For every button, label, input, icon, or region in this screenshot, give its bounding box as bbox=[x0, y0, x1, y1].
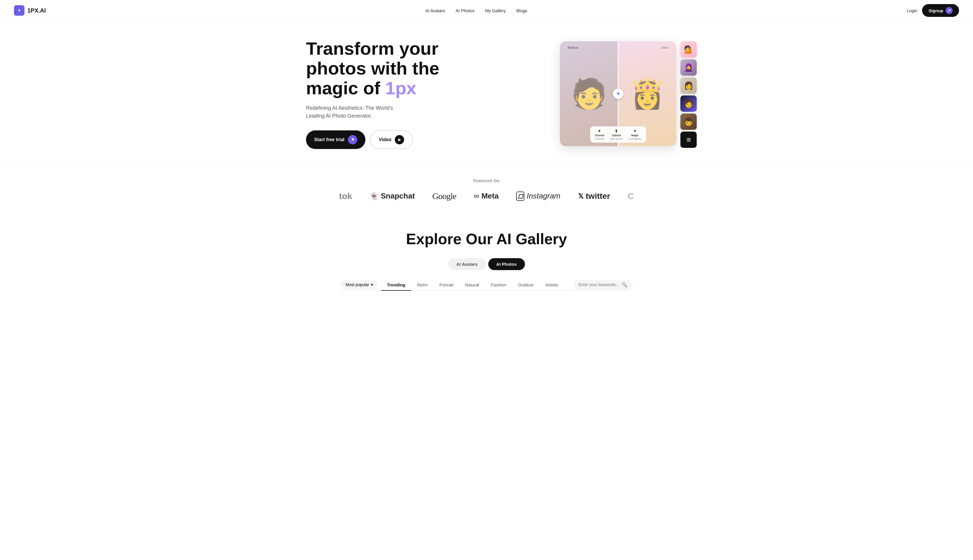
meta-icon: ∞ bbox=[474, 192, 479, 200]
logo-instagram: ◻ Instagram bbox=[516, 192, 561, 201]
trial-icon: ✦ bbox=[348, 135, 357, 144]
nav-link-blogs[interactable]: Blogs bbox=[516, 8, 527, 13]
logo-partial-tiktok: tok bbox=[339, 191, 352, 201]
logo-twitter: 𝕏 twitter bbox=[578, 192, 610, 201]
hero-buttons: Start free trial ✦ Video ▶ bbox=[306, 130, 475, 149]
logos-row: tok 👻 Snapchat Google ∞ Meta ◻ Instagram… bbox=[0, 191, 973, 201]
dropdown-chevron-icon: ▾ bbox=[371, 282, 373, 287]
filter-natural[interactable]: Natural bbox=[459, 279, 485, 291]
thumbnail-strip: 💁 🧕 👩 🧑 👦 ⊞ bbox=[680, 41, 697, 148]
tab-ai-photos[interactable]: AI Photos bbox=[488, 258, 525, 270]
navbar: ✦ 1PX.AI AI Avatars AI Photos My Gallery… bbox=[0, 0, 973, 21]
thumbnail-4[interactable]: 🧑 bbox=[680, 95, 697, 112]
play-icon: ▶ bbox=[395, 135, 404, 144]
search-input[interactable] bbox=[579, 282, 619, 287]
twitter-icon: 𝕏 bbox=[578, 192, 583, 200]
logo-google: Google bbox=[432, 191, 456, 201]
filter-outdoor[interactable]: Outdoor bbox=[512, 279, 539, 291]
meta-text: Meta bbox=[482, 192, 499, 200]
nav-links: AI Avatars AI Photos My Gallery Blogs bbox=[426, 8, 527, 13]
search-box: 🔍 bbox=[574, 280, 632, 290]
step-bar: ✦ Choose a theme ⬆ Upload your photo ✦ M… bbox=[590, 126, 646, 143]
hero-image-area: Before After 🧑 👸 ✦ ✦ Choose a theme ⬆ Up… bbox=[560, 41, 676, 146]
hero-content: Transform your photos with the magic of … bbox=[306, 39, 475, 149]
filter-retro[interactable]: Retro bbox=[411, 279, 434, 291]
filter-bar: Most popular ▾ Trending Retro Portrait N… bbox=[341, 279, 632, 291]
filter-artistic[interactable]: Artistic bbox=[539, 279, 564, 291]
video-label: Video bbox=[379, 137, 391, 142]
filter-trending[interactable]: Trending bbox=[381, 279, 411, 291]
signup-arrow-icon: ↗ bbox=[946, 7, 953, 14]
video-button[interactable]: Video ▶ bbox=[370, 130, 413, 149]
search-icon: 🔍 bbox=[622, 282, 628, 288]
more-thumbnails-button[interactable]: ⊞ bbox=[680, 132, 697, 148]
gallery-title: Explore Our AI Gallery bbox=[14, 230, 959, 248]
thumbnail-3[interactable]: 👩 bbox=[680, 77, 697, 94]
step-3: ✦ Magic in progress bbox=[629, 128, 642, 140]
trial-label: Start free trial bbox=[314, 137, 344, 142]
login-button[interactable]: Login bbox=[906, 8, 917, 13]
logo-text: 1PX.AI bbox=[27, 7, 46, 14]
instagram-text: Instagram bbox=[527, 192, 561, 200]
gallery-section: Explore Our AI Gallery AI Avatars AI Pho… bbox=[0, 213, 973, 302]
filter-fashion[interactable]: Fashion bbox=[485, 279, 512, 291]
nav-actions: Login Signup ↗ bbox=[906, 4, 959, 17]
twitter-text: twitter bbox=[586, 192, 610, 201]
gallery-tabs: AI Avatars AI Photos bbox=[14, 258, 959, 270]
nav-logo[interactable]: ✦ 1PX.AI bbox=[14, 5, 46, 16]
nav-link-ai-photos[interactable]: AI Photos bbox=[456, 8, 474, 13]
featured-section: Featured On tok 👻 Snapchat Google ∞ Meta… bbox=[0, 167, 973, 213]
filter-portrait[interactable]: Portrait bbox=[434, 279, 459, 291]
signup-button[interactable]: Signup ↗ bbox=[922, 4, 959, 17]
before-after-panel: Before After 🧑 👸 ✦ ✦ Choose a theme ⬆ Up… bbox=[560, 41, 676, 146]
hero-subtitle: Redefining AI Aesthetics: The World's Le… bbox=[306, 104, 475, 120]
snapchat-text: Snapchat bbox=[381, 192, 415, 200]
step-1: ✦ Choose a theme bbox=[595, 128, 604, 140]
step-2: ⬆ Upload your photo bbox=[610, 128, 623, 140]
thumbnail-1[interactable]: 💁 bbox=[680, 41, 697, 58]
google-text: Google bbox=[432, 191, 456, 201]
hero-title: Transform your photos with the magic of … bbox=[306, 39, 475, 98]
logo-meta: ∞ Meta bbox=[474, 192, 499, 200]
most-popular-dropdown[interactable]: Most popular ▾ bbox=[341, 280, 377, 289]
signup-label: Signup bbox=[928, 8, 943, 13]
thumbnail-2[interactable]: 🧕 bbox=[680, 59, 697, 76]
thumbnail-5[interactable]: 👦 bbox=[680, 113, 697, 130]
split-drag-handle[interactable]: ✦ bbox=[613, 88, 623, 99]
start-free-trial-button[interactable]: Start free trial ✦ bbox=[306, 130, 366, 149]
tab-ai-avatars[interactable]: AI Avatars bbox=[448, 258, 486, 270]
snapchat-icon: 👻 bbox=[370, 192, 379, 200]
instagram-icon: ◻ bbox=[516, 192, 524, 201]
logo-icon: ✦ bbox=[14, 5, 25, 16]
featured-label: Featured On bbox=[0, 178, 973, 183]
logo-partial-right: C bbox=[628, 191, 634, 201]
nav-link-my-gallery[interactable]: My Gallery bbox=[485, 8, 506, 13]
hero-section: Transform your photos with the magic of … bbox=[0, 21, 973, 167]
logo-snapchat: 👻 Snapchat bbox=[370, 192, 415, 200]
nav-link-ai-avatars[interactable]: AI Avatars bbox=[426, 8, 445, 13]
most-popular-label: Most popular bbox=[345, 282, 369, 287]
